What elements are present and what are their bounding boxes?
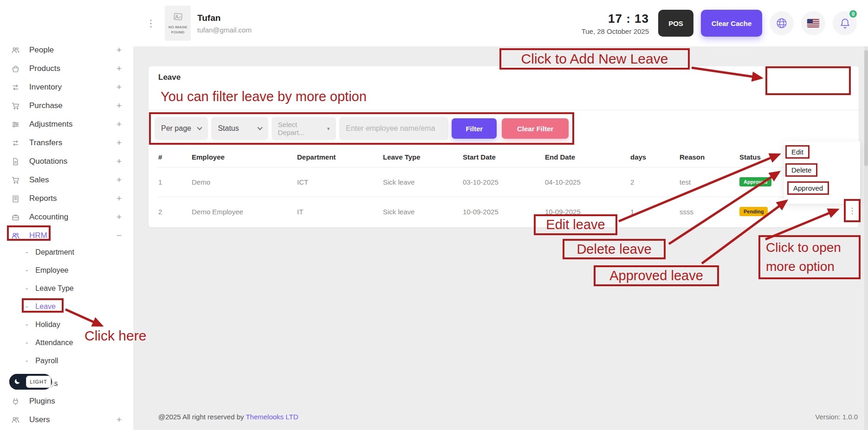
expand-icon[interactable]: + xyxy=(117,82,122,92)
per-page-select[interactable]: Per page xyxy=(155,117,208,140)
sidebar-item-purchase[interactable]: Purchase+ xyxy=(0,96,133,115)
sidebar-item-transfers[interactable]: Transfers+ xyxy=(0,134,133,152)
sidebar-subitem-department[interactable]: -Department xyxy=(0,243,133,261)
us-flag-icon xyxy=(807,19,819,27)
cart-icon xyxy=(12,102,23,110)
expand-icon[interactable]: + xyxy=(117,156,122,167)
sidebar-subitem-label: Attendance xyxy=(35,339,73,347)
filter-button[interactable]: Filter xyxy=(452,118,497,139)
expand-icon[interactable]: + xyxy=(117,64,122,74)
sidebar-item-products[interactable]: Products+ xyxy=(0,59,133,78)
clipboard-icon xyxy=(12,195,23,203)
sidebar-subitem-label: Holiday xyxy=(35,321,60,329)
clear-cache-button[interactable]: Clear Cache xyxy=(701,10,762,37)
action-menu-item-delete[interactable]: Delete xyxy=(787,165,816,175)
expand-icon[interactable]: + xyxy=(117,175,122,185)
footer-version: Version: 1.0.0 xyxy=(815,413,858,421)
status-label: Status xyxy=(218,124,239,133)
status-badge: Approved xyxy=(739,177,771,186)
expand-plus-icon[interactable]: + xyxy=(117,415,122,425)
chevron-down-icon xyxy=(257,125,262,130)
sidebar-item-adjustments[interactable]: Adjustments+ xyxy=(0,115,133,134)
sidebar-item-label: Sales xyxy=(29,175,117,185)
expand-icon[interactable]: + xyxy=(117,45,122,55)
user-email: tufan@gmail.com xyxy=(197,26,252,34)
bell-icon xyxy=(839,18,851,29)
sidebar-item-quotations[interactable]: Quotations+ xyxy=(0,152,133,171)
sidebar-item-inventory[interactable]: Inventory+ xyxy=(0,78,133,96)
employee-search-input[interactable] xyxy=(339,117,448,140)
column-header: Reason xyxy=(680,148,739,167)
pos-button[interactable]: POS xyxy=(658,10,693,37)
action-menu-item-approved[interactable]: Approved xyxy=(789,183,828,193)
language-globe-button[interactable] xyxy=(770,11,794,35)
sidebar-item-accounting[interactable]: Accounting+ xyxy=(0,208,133,226)
cell-reason: test xyxy=(680,167,739,197)
sidebar-item-label: Adjustments xyxy=(29,120,117,129)
sidebar-item-label: Users xyxy=(29,415,117,424)
expand-icon[interactable]: + xyxy=(117,138,122,148)
sidebar-item-label: People xyxy=(29,45,117,55)
briefcase-icon xyxy=(12,213,23,221)
more-options-annotation-box: ⋮ xyxy=(844,199,861,222)
sidebar-item-sales[interactable]: Sales+ xyxy=(0,171,133,189)
sidebar-item-people[interactable]: People+ xyxy=(0,41,133,59)
dash-icon: - xyxy=(26,357,28,365)
expand-icon[interactable]: − xyxy=(117,231,122,241)
sidebar-item-plugins[interactable]: Plugins xyxy=(0,392,133,410)
swap-icon xyxy=(12,83,23,91)
department-select[interactable]: Select Depart... ▾ xyxy=(272,117,337,140)
expand-icon[interactable]: + xyxy=(117,101,122,111)
sidebar-subitem-employee[interactable]: -Employee xyxy=(0,261,133,279)
sidebar-item-label: Products xyxy=(29,64,117,73)
clear-filter-button[interactable]: Clear Filter xyxy=(502,118,569,139)
column-header: Employee xyxy=(192,148,297,167)
column-header: End Date xyxy=(545,148,630,167)
sidebar-subitem-payroll[interactable]: -Payroll xyxy=(0,352,133,370)
annotation-more-option: Click to open more option xyxy=(758,235,861,279)
theme-toggle[interactable]: LIGHT xyxy=(9,374,52,390)
users-icon xyxy=(12,46,23,54)
sidebar-bottom: LIGHT Settings Plugins Users + xyxy=(0,375,133,429)
more-options-dots-button[interactable]: ⋮ xyxy=(849,207,856,215)
sidebar-item-label: Quotations xyxy=(29,157,117,166)
annotation-box-approved: Approved xyxy=(787,181,829,195)
column-header: Leave Type xyxy=(383,148,463,167)
scrollbar-thumb[interactable] xyxy=(864,50,868,166)
dash-icon: - xyxy=(26,284,28,293)
globe-icon xyxy=(776,17,788,29)
avatar-placeholder[interactable]: NO IMAGE FOUND xyxy=(165,6,191,41)
header-menu-dots-icon[interactable]: ⋮ xyxy=(146,19,155,28)
cell-days: 1 xyxy=(630,197,680,226)
sidebar-subitem-leave-type[interactable]: -Leave Type xyxy=(0,279,133,297)
cell-num: 2 xyxy=(158,197,192,226)
column-header: days xyxy=(630,148,680,167)
chevron-down-icon xyxy=(197,125,202,130)
expand-icon[interactable]: + xyxy=(117,119,122,129)
scrollbar[interactable] xyxy=(864,46,868,430)
locale-flag-button[interactable] xyxy=(801,11,825,35)
sidebar-item-users[interactable]: Users + xyxy=(0,411,133,429)
action-menu-item-edit[interactable]: Edit xyxy=(787,147,808,157)
cell-end: 04-10-2025 xyxy=(545,167,630,197)
table-header-row: #EmployeeDepartmentLeave TypeStart DateE… xyxy=(158,148,849,167)
expand-icon[interactable]: + xyxy=(117,212,122,222)
table-row: 1DemoICTSick leave03-10-202504-10-20252t… xyxy=(158,167,849,197)
expand-icon[interactable]: + xyxy=(117,193,122,204)
cell-leave_type: Sick leave xyxy=(383,167,463,197)
sidebar-subitem-label: Department xyxy=(35,248,74,257)
file-icon xyxy=(12,158,23,166)
notifications-button[interactable]: 0 xyxy=(833,11,857,35)
company-link[interactable]: Themelooks LTD xyxy=(246,413,298,421)
sliders-icon xyxy=(12,121,23,128)
dash-icon: - xyxy=(26,321,28,329)
annotation-edit-leave: Edit leave xyxy=(534,214,617,235)
sidebar-item-reports[interactable]: Reports+ xyxy=(0,189,133,208)
status-select[interactable]: Status xyxy=(211,117,268,140)
cell-start: 10-09-2025 xyxy=(463,197,545,226)
leave-table: #EmployeeDepartmentLeave TypeStart DateE… xyxy=(158,148,849,226)
filter-bar-annotation-box: Per page Status Select Depart... ▾ Filte… xyxy=(149,112,574,145)
sidebar-subitem-leave[interactable]: -Leave xyxy=(0,297,133,315)
dash-icon: - xyxy=(26,266,28,275)
sidebar-nav: People+Products+Inventory+Purchase+Adjus… xyxy=(0,0,133,370)
